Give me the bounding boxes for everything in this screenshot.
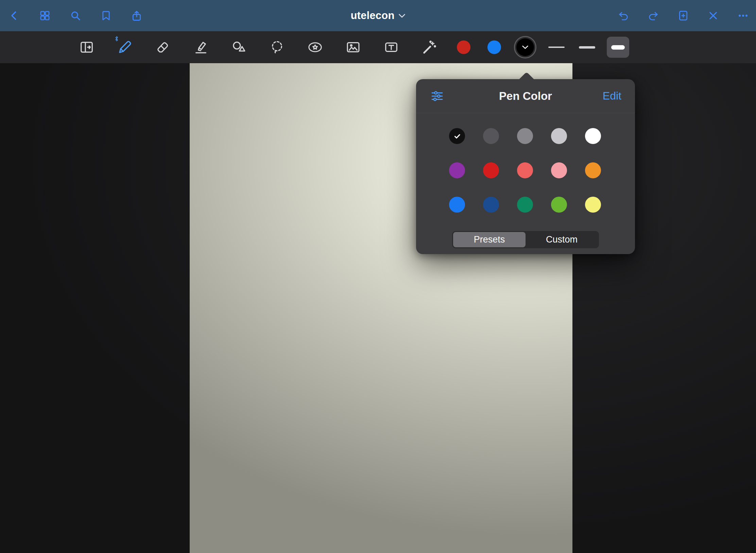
popover-header: Pen Color Edit (416, 79, 635, 113)
chevron-down-icon (522, 46, 528, 49)
tool-image[interactable] (343, 35, 363, 60)
ellipsis-icon (737, 10, 749, 21)
color-swatch-white[interactable] (585, 128, 601, 144)
color-swatch-coral[interactable] (517, 162, 533, 178)
tool-pen[interactable] (115, 35, 135, 60)
more-options-button[interactable] (736, 9, 750, 22)
eraser-icon (155, 39, 171, 55)
edit-button[interactable]: Edit (603, 90, 621, 102)
thumbnails-button[interactable] (38, 9, 52, 22)
lasso-icon (269, 39, 285, 55)
tool-pointer[interactable] (419, 35, 439, 60)
color-swatch-orange[interactable] (585, 162, 601, 178)
stroke-width-thick-selected[interactable] (607, 37, 629, 58)
bluetooth-icon (114, 35, 119, 42)
color-swatch-grid (416, 113, 635, 213)
search-button[interactable] (69, 9, 82, 22)
close-annotation-button[interactable] (706, 9, 720, 22)
tool-text[interactable] (381, 35, 401, 60)
text-icon (383, 39, 399, 55)
color-swatch-teal[interactable] (517, 197, 533, 213)
top-navigation-bar: utelecon (0, 0, 756, 31)
drawing-toolbar (0, 31, 756, 63)
tool-highlighter[interactable] (191, 35, 211, 60)
share-button[interactable] (130, 9, 143, 22)
color-swatch-dark-gray[interactable] (483, 128, 499, 144)
sticker-star-icon (307, 39, 323, 55)
tab-custom[interactable]: Custom (526, 232, 598, 247)
medium-line (579, 46, 595, 49)
topbar-left-group (7, 0, 143, 31)
grid-icon (39, 10, 51, 21)
tool-page-view[interactable] (77, 35, 97, 60)
bookmark-icon (100, 10, 112, 21)
popover-title: Pen Color (499, 90, 552, 103)
color-swatch-light-gray[interactable] (551, 128, 567, 144)
topbar-right-group (617, 0, 750, 31)
presets-custom-segmented-control: Presets Custom (452, 231, 599, 248)
add-page-button[interactable] (676, 9, 690, 22)
redo-icon (648, 10, 659, 21)
stroke-width-medium[interactable] (576, 37, 598, 58)
tool-group (77, 31, 439, 63)
tool-lasso[interactable] (267, 35, 287, 60)
document-title-menu[interactable]: utelecon (350, 0, 405, 31)
page-view-icon (79, 39, 94, 55)
color-swatch-black-selected[interactable] (449, 128, 465, 144)
pen-color-popover: Pen Color Edit (416, 79, 635, 254)
check-icon (453, 132, 462, 141)
app-screen: utelecon (0, 0, 756, 553)
pen-icon (117, 39, 133, 55)
chevron-down-icon (399, 14, 406, 18)
undo-icon (618, 10, 629, 21)
pen-settings-button[interactable] (430, 89, 445, 104)
color-swatch-red[interactable] (483, 162, 499, 178)
color-dot-black (516, 38, 534, 56)
back-button[interactable] (7, 9, 21, 22)
close-x-icon (707, 10, 719, 21)
color-dot-red[interactable] (457, 40, 470, 54)
image-icon (345, 39, 361, 55)
color-swatch-gray[interactable] (517, 128, 533, 144)
tab-presets[interactable]: Presets (453, 232, 526, 247)
canvas-area: Pen Color Edit (0, 63, 756, 553)
laser-pointer-icon (422, 39, 437, 55)
thin-line (548, 47, 565, 48)
color-swatch-green[interactable] (551, 197, 567, 213)
stroke-width-thin[interactable] (545, 37, 568, 58)
color-dot-blue[interactable] (487, 40, 501, 54)
highlighter-icon (193, 39, 209, 55)
color-swatch-yellow[interactable] (585, 197, 601, 213)
share-icon (131, 10, 142, 21)
color-swatch-pink[interactable] (551, 162, 567, 178)
color-swatch-navy[interactable] (483, 197, 499, 213)
sliders-icon (431, 90, 444, 103)
chevron-left-icon (8, 10, 20, 21)
color-dot-black-selected[interactable] (514, 36, 536, 58)
thick-line (611, 45, 625, 50)
page-title: utelecon (350, 10, 394, 22)
tool-shapes[interactable] (229, 35, 249, 60)
bookmark-button[interactable] (99, 9, 113, 22)
redo-button[interactable] (647, 9, 660, 22)
search-icon (70, 10, 81, 21)
tool-eraser[interactable] (153, 35, 173, 60)
tool-elements[interactable] (305, 35, 325, 60)
add-page-icon (677, 10, 689, 21)
shapes-icon (231, 39, 247, 55)
undo-button[interactable] (617, 9, 630, 22)
color-swatch-purple[interactable] (449, 162, 465, 178)
color-swatch-blue[interactable] (449, 197, 465, 213)
